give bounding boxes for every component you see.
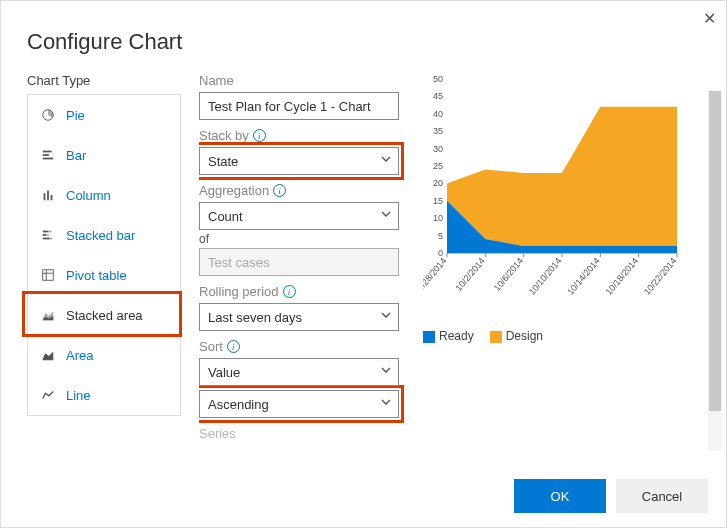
chevron-down-icon	[380, 396, 392, 411]
svg-rect-5	[47, 191, 49, 201]
dialog-title: Configure Chart	[27, 29, 726, 55]
chart-type-column[interactable]: Column	[28, 175, 180, 215]
chart-type-label: Column	[66, 188, 111, 203]
chart-area: 051015202530354045509/28/201410/2/201410…	[423, 73, 700, 283]
svg-text:10/2/2014: 10/2/2014	[453, 256, 486, 293]
bar-icon	[38, 147, 58, 163]
chevron-down-icon	[380, 364, 392, 379]
chart-type-pie[interactable]: Pie	[28, 95, 180, 135]
svg-rect-6	[51, 195, 53, 200]
column-icon	[38, 187, 58, 203]
svg-rect-7	[43, 231, 48, 233]
chart-type-label: Area	[66, 348, 93, 363]
scrollbar-thumb[interactable]	[709, 91, 721, 411]
svg-rect-2	[43, 154, 49, 156]
of-input: Test cases	[199, 248, 399, 276]
legend-item-design: Design	[490, 329, 543, 343]
area-icon	[38, 347, 58, 363]
svg-rect-1	[43, 151, 52, 153]
info-icon[interactable]: i	[283, 285, 296, 298]
chart-type-label: Pivot table	[66, 268, 127, 283]
chart-type-pivot-table[interactable]: Pivot table	[28, 255, 180, 295]
chart-preview-panel: 051015202530354045509/28/201410/2/201410…	[423, 73, 700, 451]
chart-svg: 051015202530354045509/28/201410/2/201410…	[423, 73, 683, 313]
svg-rect-11	[43, 238, 50, 240]
svg-text:40: 40	[433, 109, 443, 119]
info-icon[interactable]: i	[273, 184, 286, 197]
chart-legend: Ready Design	[423, 329, 700, 343]
chart-type-panel: Chart Type PieBarColumnStacked barPivot …	[27, 73, 181, 451]
info-icon[interactable]: i	[253, 129, 266, 142]
svg-text:5: 5	[438, 231, 443, 241]
chevron-down-icon	[380, 153, 392, 168]
svg-text:20: 20	[433, 178, 443, 188]
series-label: Series	[199, 426, 413, 441]
svg-rect-13	[43, 270, 54, 281]
form-panel: Name Test Plan for Cycle 1 - Chart Stack…	[199, 73, 413, 441]
legend-item-ready: Ready	[423, 329, 474, 343]
stacked-area-icon	[38, 307, 58, 323]
dialog-footer: OK Cancel	[514, 479, 708, 513]
stacked-bar-icon	[38, 227, 58, 243]
chart-type-stacked-bar[interactable]: Stacked bar	[28, 215, 180, 255]
chart-type-label: Chart Type	[27, 73, 181, 88]
scrollbar-track[interactable]	[708, 91, 722, 451]
main-content: Chart Type PieBarColumnStacked barPivot …	[1, 73, 726, 451]
legend-swatch	[490, 331, 502, 343]
svg-rect-9	[43, 234, 47, 236]
ok-button[interactable]: OK	[514, 479, 606, 513]
chart-type-label: Stacked area	[66, 308, 143, 323]
svg-text:10: 10	[433, 213, 443, 223]
sort-label: Sorti	[199, 339, 413, 354]
aggregation-select[interactable]: Count	[199, 202, 399, 230]
pivot-table-icon	[38, 267, 58, 283]
svg-rect-4	[44, 193, 46, 200]
svg-text:45: 45	[433, 91, 443, 101]
svg-text:10/22/2014: 10/22/2014	[642, 256, 679, 297]
name-label: Name	[199, 73, 413, 88]
svg-text:10/6/2014: 10/6/2014	[492, 256, 525, 293]
of-label: of	[199, 232, 413, 246]
sort-field-select[interactable]: Value	[199, 358, 399, 386]
chart-type-label: Bar	[66, 148, 86, 163]
close-icon[interactable]: ✕	[703, 9, 716, 28]
legend-swatch	[423, 331, 435, 343]
chart-type-label: Pie	[66, 108, 85, 123]
chart-type-area[interactable]: Area	[28, 335, 180, 375]
pie-icon	[38, 107, 58, 123]
rolling-select[interactable]: Last seven days	[199, 303, 399, 331]
chart-type-bar[interactable]: Bar	[28, 135, 180, 175]
chart-type-list: PieBarColumnStacked barPivot tableStacke…	[27, 94, 181, 416]
svg-text:15: 15	[433, 196, 443, 206]
info-icon[interactable]: i	[227, 340, 240, 353]
svg-text:10/10/2014: 10/10/2014	[527, 256, 564, 297]
svg-rect-12	[50, 238, 53, 240]
rolling-label: Rolling periodi	[199, 284, 413, 299]
chart-type-line[interactable]: Line	[28, 375, 180, 415]
cancel-button[interactable]: Cancel	[616, 479, 708, 513]
svg-text:25: 25	[433, 161, 443, 171]
stackby-select[interactable]: State	[199, 147, 399, 175]
line-icon	[38, 387, 58, 403]
name-input[interactable]: Test Plan for Cycle 1 - Chart	[199, 92, 399, 120]
aggregation-label: Aggregationi	[199, 183, 413, 198]
chart-type-label: Stacked bar	[66, 228, 135, 243]
sort-dir-select[interactable]: Ascending	[199, 390, 399, 418]
svg-text:30: 30	[433, 144, 443, 154]
svg-text:10/14/2014: 10/14/2014	[565, 256, 602, 297]
svg-text:50: 50	[433, 74, 443, 84]
chart-type-label: Line	[66, 388, 91, 403]
svg-rect-8	[48, 231, 52, 233]
svg-text:35: 35	[433, 126, 443, 136]
svg-text:9/28/2014: 9/28/2014	[423, 256, 449, 293]
svg-text:10/18/2014: 10/18/2014	[604, 256, 641, 297]
svg-rect-3	[43, 158, 54, 160]
chevron-down-icon	[380, 208, 392, 223]
svg-rect-10	[46, 234, 49, 236]
chevron-down-icon	[380, 309, 392, 324]
chart-type-stacked-area[interactable]: Stacked area	[28, 295, 180, 335]
stackby-label: Stack byi	[199, 128, 413, 143]
